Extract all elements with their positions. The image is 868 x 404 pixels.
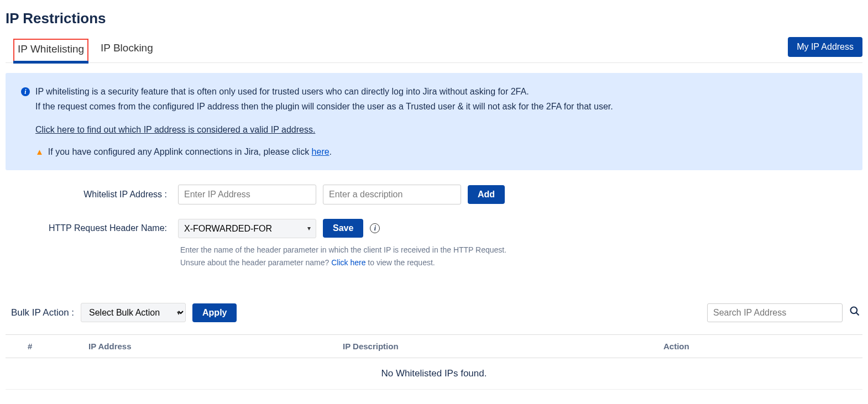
- table-empty-message: No Whitelisted IPs found.: [6, 358, 862, 390]
- search-icon: [849, 306, 860, 317]
- http-header-label: HTTP Request Header Name:: [6, 223, 171, 233]
- search-ip-input[interactable]: [707, 303, 843, 322]
- info-text-line1: IP whitelisting is a security feature th…: [35, 85, 613, 99]
- whitelist-ip-label: Whitelist IP Address :: [6, 190, 171, 200]
- bulk-action-select[interactable]: Select Bulk Action: [81, 303, 186, 322]
- page-title: IP Restrictions: [6, 10, 862, 27]
- svg-point-0: [851, 307, 857, 314]
- warning-icon: ▲: [35, 147, 44, 156]
- apply-button[interactable]: Apply: [192, 303, 237, 322]
- ip-description-input[interactable]: [323, 185, 461, 204]
- applink-here-link[interactable]: here: [312, 147, 330, 156]
- header-help-text: Enter the name of the header parameter i…: [180, 244, 862, 270]
- add-button[interactable]: Add: [468, 185, 505, 204]
- bulk-action-label: Bulk IP Action :: [11, 307, 74, 318]
- info-tooltip-icon[interactable]: i: [370, 223, 380, 233]
- col-header-num: #: [6, 342, 88, 351]
- click-here-link[interactable]: Click here: [331, 258, 365, 267]
- col-header-desc: IP Description: [343, 342, 663, 351]
- applink-warning-text: If you have configured any Applink conne…: [48, 147, 332, 157]
- ip-table: # IP Address IP Description Action No Wh…: [6, 334, 862, 390]
- info-panel: i IP whitelisting is a security feature …: [6, 73, 862, 170]
- col-header-action: Action: [663, 342, 862, 351]
- tab-ip-blocking[interactable]: IP Blocking: [97, 39, 156, 61]
- search-button[interactable]: [847, 303, 862, 322]
- col-header-ip: IP Address: [88, 342, 343, 351]
- info-icon: i: [21, 87, 30, 96]
- save-button[interactable]: Save: [323, 219, 363, 238]
- my-ip-address-button[interactable]: My IP Address: [788, 37, 862, 57]
- tab-bar: IP Whitelisting IP Blocking My IP Addres…: [6, 37, 862, 63]
- tab-ip-whitelisting[interactable]: IP Whitelisting: [13, 39, 88, 61]
- info-text-line2: If the request comes from the configured…: [35, 100, 613, 114]
- svg-line-1: [856, 313, 859, 316]
- valid-ip-link[interactable]: Click here to find out which IP address …: [35, 125, 613, 135]
- http-header-select[interactable]: X-FORWARDED-FOR: [178, 219, 316, 238]
- ip-address-input[interactable]: [178, 185, 316, 204]
